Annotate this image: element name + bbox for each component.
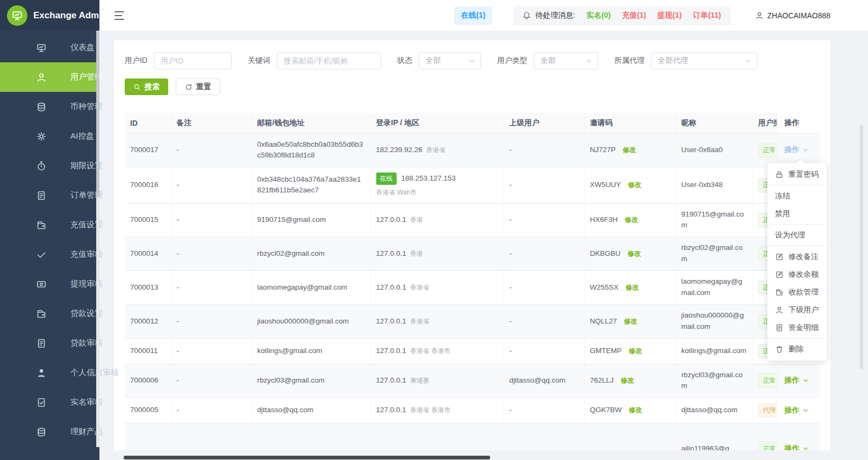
cell-login-ip-region: 127.0.0.1香港省 (370, 271, 504, 305)
dropdown-item-收款管理[interactable]: 收款管理 (767, 283, 827, 301)
dropdown-item-设为代理[interactable]: 设为代理 (767, 226, 827, 244)
cell-action: 操作 (777, 364, 820, 398)
region-text: 香港省 (410, 283, 429, 293)
cell-login-ip-region: 在线188.253.127.153 香港省 Wan市 (370, 167, 504, 203)
region-text: 香港省 香港市 (410, 346, 450, 356)
sidebar-item-充值审核[interactable]: 充值审核 (0, 240, 99, 269)
sidebar-item-个人信息审核[interactable]: 个人信息审核 (0, 358, 99, 387)
pending-count-badge[interactable]: 充值(1) (622, 11, 646, 19)
action-dropdown-trigger[interactable]: 操作 (785, 375, 809, 386)
modify-invite-link[interactable]: 修改 (625, 216, 638, 224)
sidebar-scrollbar-thumb[interactable] (96, 31, 99, 197)
action-dropdown-trigger[interactable]: 操作 (785, 405, 809, 416)
cell-nickname: kotlings@gmail.com (676, 338, 752, 364)
modify-invite-link[interactable]: 修改 (621, 377, 634, 384)
cell-email-wallet: jiaoshou000000@gmail.com (252, 305, 370, 339)
modify-invite-link[interactable]: 修改 (628, 181, 641, 189)
sidebar-item-用户管理[interactable]: 用户管理 (0, 62, 99, 92)
cell-user-id: 7000015 (125, 203, 171, 237)
horizontal-scrollbar-thumb[interactable] (124, 456, 490, 459)
search-button[interactable]: 搜索 (125, 78, 168, 95)
table-row: ailin119963@g 正常 操作 (125, 423, 820, 450)
dropdown-item-资金明细[interactable]: 资金明细 (767, 319, 827, 336)
region-text: 香港省 Wan市 (376, 188, 498, 198)
cell-action: 操作 (777, 398, 820, 423)
cell-nickname: jiaoshou000000@gmail.com (676, 305, 752, 339)
user-id-label: 用户ID (125, 56, 147, 66)
reset-button[interactable]: 重置 (176, 78, 220, 95)
dropdown-item-删除[interactable]: 删除 (767, 340, 827, 358)
region-text: 柬埔寨 (410, 376, 429, 386)
modify-invite-link[interactable]: 修改 (626, 284, 639, 291)
dropdown-item-重置密码[interactable]: 重置密码 (767, 166, 827, 183)
modify-invite-link[interactable]: 修改 (623, 146, 636, 154)
modify-invite-link[interactable]: 修改 (628, 250, 641, 257)
table-header-row: ID备注邮箱/钱包地址登录IP / 地区上级用户邀请码昵称用户类型操作 (125, 113, 820, 133)
cell-note (171, 423, 252, 450)
vertical-scrollbar-thumb[interactable] (860, 125, 863, 369)
column-header-上级用户: 上级用户 (504, 113, 584, 133)
cell-login-ip-region: 182.239.92.26香港省 (370, 133, 504, 167)
cell-parent-user: - (504, 338, 584, 364)
cell-email-wallet: 0xb348cbc104a376a7aa2833e1821fb611b5e2ae… (252, 167, 370, 203)
online-count-badge[interactable]: 在线(1) (454, 6, 492, 25)
cell-invite-code: QGK7BW修改 (584, 398, 676, 423)
region-text: 香港省 香港市 (410, 405, 450, 415)
dropdown-item-冻结[interactable]: 冻结 (767, 187, 827, 205)
cell-invite-code: NJ727P修改 (584, 133, 676, 167)
sidebar-item-理财产品[interactable]: 理财产品 (0, 417, 99, 447)
sidebar-item-贷款设置[interactable]: 贷款设置 (0, 299, 99, 328)
status-select[interactable]: 全部 (419, 52, 481, 69)
user-id-input[interactable] (154, 52, 232, 69)
dropdown-item-禁用[interactable]: 禁用 (767, 205, 827, 222)
cell-user-id: 7000006 (125, 364, 171, 398)
cell-invite-code (584, 423, 676, 450)
sidebar-item-期限设置[interactable]: 期限设置 (0, 151, 99, 181)
cell-email-wallet: rbzycl03@gmail.com (252, 364, 370, 398)
status-label: 状态 (397, 56, 412, 66)
pending-count-badge[interactable]: 提现(1) (657, 11, 682, 19)
keyword-input[interactable] (277, 52, 381, 69)
dropdown-item-修改余额[interactable]: 修改余额 (767, 265, 827, 283)
check-icon (35, 249, 47, 261)
cell-email-wallet: djttasso@qq.com (252, 398, 370, 423)
action-dropdown-trigger[interactable]: 操作 (785, 144, 809, 156)
pending-count-badge[interactable]: 实名(0) (586, 11, 611, 19)
pending-count-badge[interactable]: 订单(11) (693, 11, 721, 19)
region-text: 香港 (410, 215, 423, 225)
sidebar-item-币种管理[interactable]: 币种管理 (0, 92, 99, 121)
dropdown-item-修改备注[interactable]: 修改备注 (767, 248, 827, 265)
cell-invite-code: W255SX修改 (584, 271, 676, 305)
modify-invite-link[interactable]: 修改 (629, 406, 642, 414)
cell-note: - (171, 364, 252, 398)
action-dropdown-trigger[interactable]: 操作 (785, 443, 809, 450)
sidebar-item-贷款审核[interactable]: 贷款审核 (0, 328, 99, 358)
table-row: 7000011 - kotlings@gmail.com 127.0.0.1香港… (125, 338, 820, 364)
agent-select[interactable]: 全部代理 (651, 52, 757, 69)
cell-action: 操作 (777, 423, 820, 450)
money-icon (35, 278, 47, 290)
modify-invite-link[interactable]: 修改 (629, 347, 642, 355)
cell-email-wallet: rbzycl02@gmail.com (252, 237, 370, 271)
cell-login-ip-region: 127.0.0.1香港 (370, 203, 504, 237)
sidebar-item-订单管理[interactable]: 订单管理 (0, 181, 99, 210)
sidebar-scrollbar[interactable] (96, 31, 99, 447)
menu-toggle-icon[interactable] (114, 11, 125, 20)
sidebar-item-充值设置[interactable]: 充值设置 (0, 210, 99, 240)
sidebar-item-AI控盘[interactable]: AI控盘 (0, 121, 99, 151)
online-status-tag: 在线 (376, 172, 397, 185)
sidebar-item-仪表盘[interactable]: 仪表盘 (0, 33, 99, 62)
modify-invite-link[interactable]: 修改 (624, 318, 637, 325)
app-root: Exchange Admin 仪表盘用户管理币种管理AI控盘期限设置订单管理充值… (0, 0, 868, 460)
sidebar-item-提现审核[interactable]: 提现审核 (0, 269, 99, 299)
pending-message-counts: 实名(0)充值(1)提现(1)订单(11) (575, 11, 721, 20)
dropdown-item-下级用户[interactable]: 下级用户 (767, 301, 827, 319)
sidebar-item-实名审核[interactable]: 实名审核 (0, 387, 99, 417)
user-menu[interactable]: ZHAOCAIMAO888 (755, 11, 830, 20)
user-icon (755, 11, 764, 20)
user-icon (775, 306, 784, 314)
cell-nickname: rbzycl02@gmail.com (676, 237, 752, 271)
user-type-select[interactable]: 全部 (534, 52, 598, 69)
app-title: Exchange Admin (33, 10, 107, 21)
cell-parent-user: - (504, 237, 584, 271)
